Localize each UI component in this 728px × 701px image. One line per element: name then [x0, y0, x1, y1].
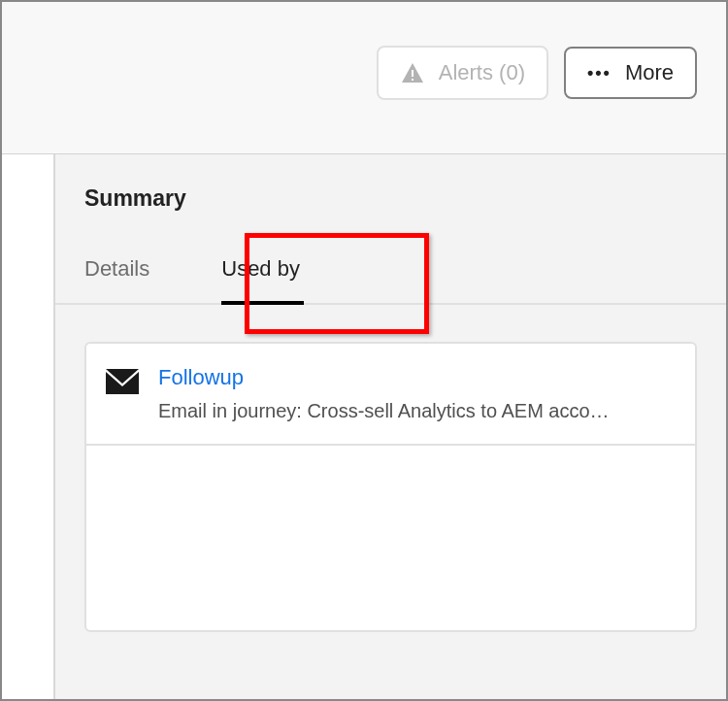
tabs-row: Details Used by	[55, 247, 726, 305]
tab-content: Followup Email in journey: Cross-sell An…	[84, 342, 697, 699]
svg-rect-1	[412, 79, 414, 81]
svg-rect-2	[106, 369, 139, 394]
more-dots-icon: •••	[587, 64, 612, 82]
alerts-button-label: Alerts (0)	[439, 62, 525, 83]
more-button-label: More	[625, 62, 674, 83]
alerts-button[interactable]: Alerts (0)	[377, 46, 548, 100]
top-toolbar: Alerts (0) ••• More	[2, 2, 726, 154]
tab-details-label: Details	[84, 256, 149, 281]
alert-icon	[400, 61, 425, 84]
list-item-subtitle: Email in journey: Cross-sell Analytics t…	[158, 400, 676, 422]
tab-details[interactable]: Details	[84, 247, 173, 303]
tab-used-by[interactable]: Used by	[221, 247, 323, 303]
list-item[interactable]: Followup Email in journey: Cross-sell An…	[86, 344, 695, 446]
panel-title: Summary	[84, 185, 697, 212]
list-item-title[interactable]: Followup	[158, 365, 676, 390]
left-gutter	[2, 154, 55, 699]
list-empty-space	[86, 446, 695, 630]
used-by-list: Followup Email in journey: Cross-sell An…	[84, 342, 697, 632]
tab-used-by-label: Used by	[221, 256, 300, 281]
email-icon	[106, 369, 139, 394]
more-button[interactable]: ••• More	[564, 47, 697, 99]
summary-panel: Summary Details Used by	[55, 154, 726, 699]
list-item-text: Followup Email in journey: Cross-sell An…	[158, 365, 676, 422]
svg-rect-0	[412, 70, 414, 77]
